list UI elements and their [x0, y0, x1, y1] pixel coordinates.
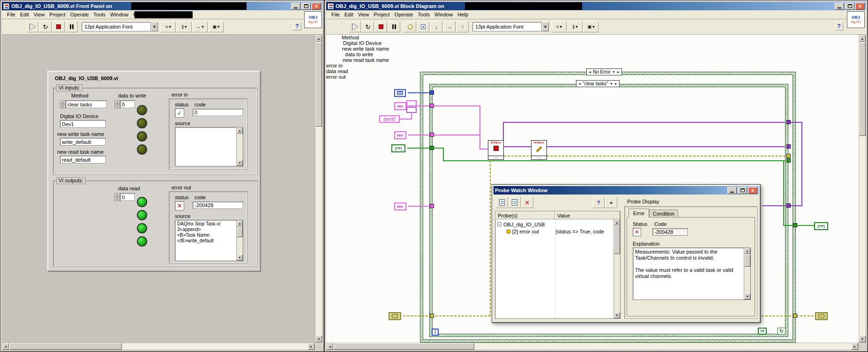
step-out-button[interactable]: ↑ — [456, 21, 469, 32]
tunnel-device[interactable] — [430, 104, 434, 108]
close-button[interactable]: × — [748, 187, 757, 194]
probe-tree-scrollbar[interactable]: ▲ ▼ — [614, 219, 620, 318]
minimize-button[interactable] — [291, 3, 300, 10]
context-help-button[interactable]: ? — [835, 22, 843, 30]
collapse-tree-icon[interactable]: − — [497, 222, 501, 226]
run-button[interactable] — [26, 21, 38, 32]
scroll-up-icon[interactable]: ▲ — [237, 127, 243, 134]
error-in-terminal[interactable] — [389, 312, 401, 320]
digital-io-device-terminal[interactable]: abc — [394, 102, 406, 110]
tunnel-error-mid[interactable] — [786, 154, 791, 158]
scroll-up-icon[interactable]: ▲ — [859, 35, 866, 42]
reorder-dropdown[interactable]: ▣▾ — [209, 21, 224, 32]
align-objects-dropdown[interactable]: ≡▾ — [552, 21, 567, 32]
run-continuous-button[interactable]: ↻ — [362, 21, 374, 32]
loop-condition-terminal[interactable]: ↻ — [778, 328, 786, 335]
step-over-button[interactable]: → — [443, 21, 456, 32]
tunnel-bool[interactable] — [430, 146, 434, 150]
method-spinner[interactable]: ▲▼ — [60, 100, 66, 108]
minimize-button[interactable] — [727, 187, 737, 194]
error-out-code-field[interactable]: -200428 — [193, 202, 243, 209]
error-out-terminal[interactable] — [815, 312, 828, 320]
error-out-source-box[interactable]: DAQmx Stop Task.vi: 3<append> <B>Task Na… — [175, 220, 243, 261]
run-button[interactable] — [349, 21, 361, 32]
probe-value[interactable]: {status => True, code — [553, 229, 604, 234]
pause-button[interactable] — [66, 21, 78, 32]
menu-edit[interactable]: Edit — [342, 11, 356, 18]
write-led-0[interactable] — [137, 105, 147, 115]
tunnel-write[interactable] — [430, 133, 434, 137]
vi-icon-badge[interactable]: OBJ dig.I/O — [304, 11, 322, 28]
scroll-thumb[interactable] — [9, 343, 122, 350]
error-case-name[interactable]: No Error — [593, 69, 611, 75]
tunnel-task-reenter[interactable] — [786, 203, 791, 208]
new-read-task-terminal[interactable]: abc — [394, 202, 406, 210]
error-in-status-ok-icon[interactable]: ✓ — [175, 108, 184, 118]
menu-tools[interactable]: Tools — [415, 11, 432, 18]
scroll-down-icon[interactable]: ▼ — [614, 312, 620, 318]
menu-operate[interactable]: Operate — [392, 11, 416, 18]
tunnel-method[interactable] — [430, 90, 434, 95]
menu-view[interactable]: View — [356, 11, 372, 18]
new-write-task-terminal[interactable]: abc — [394, 131, 406, 139]
open-probe-button[interactable] — [496, 197, 508, 208]
add-probe-display-button[interactable] — [509, 197, 521, 208]
read-led-0[interactable] — [137, 197, 147, 207]
menu-file[interactable]: File — [5, 11, 18, 18]
abort-button[interactable] — [375, 21, 387, 32]
case-prev-icon[interactable]: ◄ — [588, 70, 591, 74]
pause-button[interactable] — [388, 21, 400, 32]
tab-condition[interactable]: Condition — [649, 210, 678, 217]
minimize-button[interactable] — [835, 3, 844, 10]
data-read-field[interactable]: 0 — [120, 193, 135, 201]
scroll-thumb[interactable] — [614, 226, 620, 254]
probe-tree-root-row[interactable]: − OBJ_dig_IO_USB — [495, 221, 614, 228]
scroll-thumb[interactable] — [315, 42, 322, 127]
run-continuous-button[interactable]: ↻ — [39, 21, 52, 32]
new-read-task-field[interactable]: read_default — [60, 156, 106, 164]
maximize-button[interactable] — [738, 187, 747, 194]
retain-wire-values-button[interactable] — [417, 21, 429, 32]
menu-project[interactable]: Project — [47, 11, 67, 18]
case-dropdown-icon[interactable]: ▼ — [610, 82, 613, 85]
tunnel-bool-out[interactable] — [786, 158, 791, 163]
scroll-up-icon[interactable]: ▲ — [315, 35, 322, 42]
tunnel-data-read[interactable] — [793, 223, 797, 227]
method-terminal[interactable] — [394, 89, 406, 97]
scroll-up-icon[interactable]: ▲ — [614, 219, 620, 225]
help-button[interactable]: ? — [592, 197, 605, 208]
write-led-3[interactable] — [137, 144, 147, 155]
menu-window[interactable]: Window — [432, 11, 455, 18]
scroll-thumb[interactable] — [744, 255, 750, 267]
boolean-constant[interactable]: TF — [758, 328, 767, 335]
close-button[interactable]: × — [855, 3, 865, 10]
case-prev-icon[interactable]: ◄ — [578, 82, 581, 85]
write-led-2[interactable] — [137, 131, 147, 142]
case-dropdown-icon[interactable]: ▼ — [612, 70, 615, 74]
tab-error[interactable]: Error — [629, 209, 649, 217]
read-led-1[interactable] — [137, 210, 147, 220]
distribute-objects-dropdown[interactable]: ∥▾ — [568, 21, 583, 32]
vi-icon-badge[interactable]: OBJ dig.I/O — [847, 11, 865, 28]
error-in-source-box[interactable]: ▲ ▼ — [175, 127, 243, 166]
font-selector-dropdown[interactable]: ▼ — [542, 22, 549, 31]
scroll-left-icon[interactable]: ◄ — [327, 343, 333, 350]
collapse-pane-button[interactable]: « — [605, 197, 617, 208]
data-read-spinner[interactable]: ▲▼ — [114, 193, 120, 201]
scroll-down-icon[interactable]: ▼ — [237, 255, 243, 261]
data-to-write-field[interactable]: 0 — [120, 100, 135, 108]
daqmx-stop-task-vi[interactable]: DAQmx {..} — [488, 140, 504, 156]
scroll-down-icon[interactable]: ▼ — [859, 336, 866, 342]
step-into-button[interactable]: ↓ — [430, 21, 442, 32]
menu-window[interactable]: Window — [108, 11, 131, 18]
menu-file[interactable]: File — [329, 11, 342, 18]
explanation-box[interactable]: Measurements: Value passed to the Task/C… — [633, 247, 751, 300]
tunnel-error-out[interactable] — [793, 314, 797, 318]
close-button[interactable]: × — [312, 3, 321, 10]
scroll-thumb[interactable] — [237, 227, 243, 237]
value-column-header[interactable]: Value — [555, 211, 620, 219]
font-selector-dropdown[interactable]: ▼ — [151, 22, 158, 31]
case-next-icon[interactable]: ► — [617, 70, 620, 74]
scroll-up-icon[interactable]: ▲ — [744, 248, 750, 254]
scroll-up-icon[interactable]: ▲ — [237, 220, 243, 226]
